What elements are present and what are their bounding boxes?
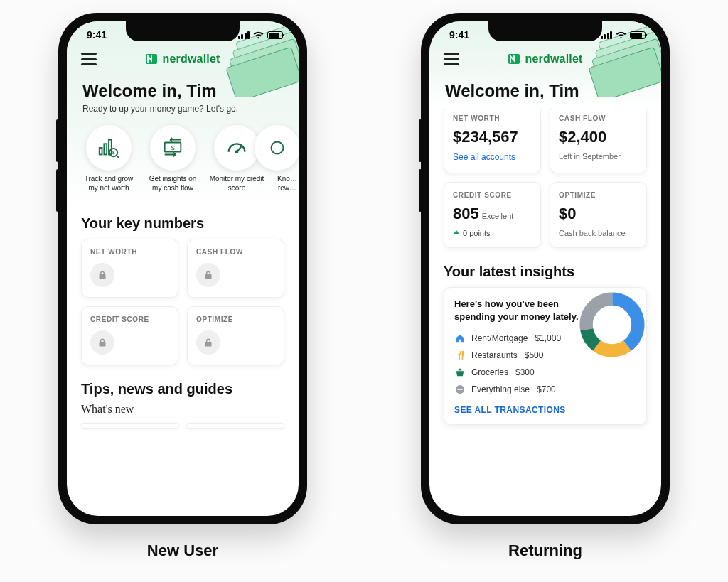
app-bar: nerdwallet	[429, 48, 661, 67]
tile-optimize[interactable]: OPTIMIZE $0 Cash back balance	[550, 182, 647, 248]
tile-subtext: Cash back balance	[559, 229, 638, 237]
tile-label: CASH FLOW	[559, 114, 638, 122]
insight-amount: $700	[537, 384, 556, 394]
tile-credit-score[interactable]: CREDIT SCORE 805Excellent 0 points	[444, 182, 541, 248]
gauge-icon	[225, 136, 249, 160]
credit-score-rating: Excellent	[482, 212, 514, 220]
svg-rect-5	[100, 148, 102, 154]
phone-frame-new-user: 9:41 nerdwallet	[58, 13, 307, 524]
insights-card[interactable]: Here's how you've been spending your mon…	[444, 287, 647, 425]
tile-cash-flow-locked[interactable]: CASH FLOW	[187, 239, 284, 298]
tile-label: OPTIMIZE	[196, 316, 275, 323]
welcome-block: Welcome in, Tim	[429, 67, 661, 105]
onboarding-carousel[interactable]: $ Track and grow my net worth $ Get insi…	[67, 118, 299, 198]
status-bar: 9:41	[67, 21, 299, 48]
arrow-up-icon	[453, 230, 460, 237]
status-bar: 9:41	[429, 21, 661, 48]
dots-icon	[454, 384, 466, 395]
insights-heading: Your latest insights	[444, 264, 647, 280]
insight-amount: $300	[515, 367, 535, 377]
phone-frame-returning: 9:41 nerdwallet	[421, 13, 670, 524]
circle-cash-flow[interactable]: $ Get insights on my cash flow	[145, 125, 200, 193]
svg-point-27	[457, 389, 459, 390]
tile-value: $0	[559, 205, 638, 223]
lock-icon	[196, 330, 220, 355]
status-icons	[238, 31, 284, 39]
basket-icon	[454, 367, 466, 378]
wifi-icon	[253, 31, 264, 39]
welcome-title: Welcome in, Tim	[82, 81, 283, 101]
tile-net-worth[interactable]: NET WORTH $234,567 See all accounts	[444, 105, 541, 173]
status-time: 9:41	[87, 29, 107, 41]
spending-donut-chart	[578, 291, 646, 359]
tile-label: CREDIT SCORE	[90, 316, 169, 323]
lock-icon	[90, 330, 114, 355]
tile-optimize-locked[interactable]: OPTIMIZE	[187, 306, 284, 365]
svg-line-10	[116, 155, 119, 158]
brand-logo[interactable]: nerdwallet	[145, 53, 220, 65]
svg-rect-6	[104, 144, 107, 154]
circle-partial[interactable]: Kno… rew…	[273, 125, 299, 193]
tile-label: NET WORTH	[453, 114, 532, 122]
hero-area: 9:41 nerdwallet	[67, 21, 299, 204]
caption-new-user: New User	[147, 541, 218, 560]
brand-logo[interactable]: nerdwallet	[508, 53, 582, 65]
caption-returning: Returning	[508, 541, 582, 560]
tile-value: $234,567	[453, 128, 532, 146]
svg-text:$: $	[171, 144, 175, 151]
svg-text:$: $	[112, 149, 116, 156]
menu-button[interactable]	[81, 53, 97, 65]
welcome-block: Welcome in, Tim Ready to up your money g…	[67, 67, 299, 118]
tile-label: OPTIMIZE	[559, 191, 638, 199]
welcome-title: Welcome in, Tim	[445, 81, 646, 101]
tips-section: Tips, news and guides What's new	[67, 368, 299, 429]
tile-net-worth-locked[interactable]: NET WORTH	[81, 239, 178, 298]
circle-label: Monitor my credit score	[209, 175, 264, 193]
credit-score-number: 805	[453, 205, 479, 222]
tile-label: CASH FLOW	[196, 248, 275, 256]
fork-icon	[454, 350, 466, 361]
circle-credit-score[interactable]: Monitor my credit score	[209, 125, 264, 193]
see-accounts-link[interactable]: See all accounts	[453, 152, 515, 162]
screen-returning: 9:41 nerdwallet	[429, 21, 661, 516]
insight-amount: $500	[525, 350, 544, 360]
tile-credit-score-locked[interactable]: CREDIT SCORE	[81, 306, 178, 365]
battery-icon	[267, 31, 283, 39]
circle-label: Kno… rew…	[273, 175, 299, 193]
insight-name: Everything else	[471, 384, 530, 394]
circle-label: Track and grow my net worth	[81, 175, 136, 193]
insight-name: Groceries	[471, 367, 508, 377]
returning-tiles: NET WORTH $234,567 See all accounts CASH…	[429, 105, 661, 248]
welcome-subtitle: Ready to up your money game? Let's go.	[82, 104, 283, 114]
see-all-transactions-link[interactable]: SEE ALL TRANSACTIONS	[454, 405, 566, 415]
tile-cash-flow[interactable]: CASH FLOW $2,400 Left in September	[550, 105, 647, 173]
svg-line-14	[237, 146, 242, 152]
credit-delta-text: 0 points	[463, 229, 491, 237]
brand-name: nerdwallet	[525, 53, 582, 65]
menu-button[interactable]	[444, 53, 459, 65]
battery-icon	[630, 31, 646, 39]
tile-value: 805Excellent	[453, 205, 532, 223]
insights-section: Your latest insights	[429, 248, 661, 280]
key-numbers-section: Your key numbers NET WORTH CASH FLOW CRE…	[67, 204, 299, 368]
wifi-icon	[616, 31, 626, 39]
circle-label: Get insights on my cash flow	[145, 175, 200, 193]
insight-name: Rent/Mortgage	[471, 333, 528, 343]
tile-value: $2,400	[559, 128, 638, 146]
signal-icon	[238, 31, 250, 39]
key-numbers-heading: Your key numbers	[81, 215, 284, 232]
svg-point-28	[459, 389, 461, 390]
insight-amount: $1,000	[535, 333, 561, 343]
insight-item: Groceries$300	[454, 364, 636, 381]
signal-icon	[601, 31, 613, 39]
lock-icon	[90, 263, 114, 287]
tips-placeholder-cards	[81, 423, 284, 429]
insight-name: Restaraunts	[471, 350, 518, 360]
status-icons	[601, 31, 646, 39]
svg-point-15	[272, 142, 284, 154]
brand-name: nerdwallet	[162, 53, 220, 65]
circle-net-worth[interactable]: $ Track and grow my net worth	[81, 125, 136, 193]
cashflow-icon: $	[161, 136, 185, 160]
generic-icon	[265, 136, 289, 160]
hero-area: 9:41 nerdwallet	[429, 21, 661, 108]
